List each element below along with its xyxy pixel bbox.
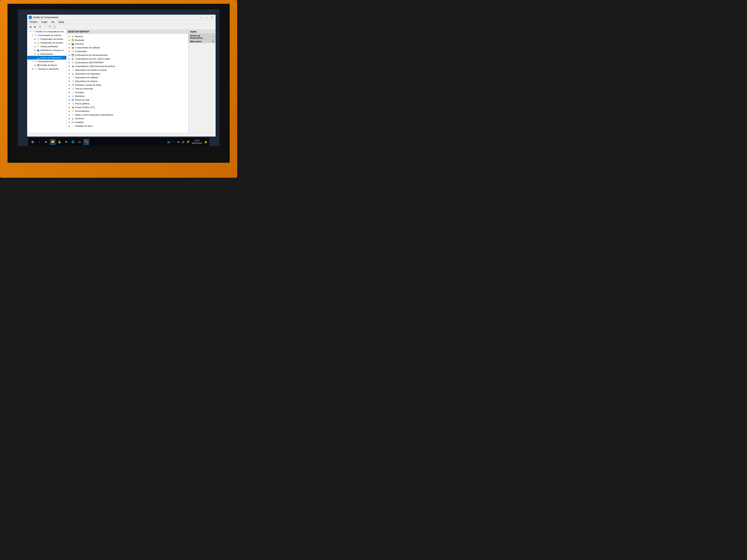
- taskview-button[interactable]: ⧉: [43, 139, 49, 145]
- tray-volume-icon[interactable]: 🔊: [181, 139, 185, 145]
- action-gestor-arrow: ▲: [212, 36, 214, 38]
- tray-display-icon[interactable]: 🖥: [177, 139, 180, 145]
- device-network[interactable]: ▶ 🌐 Placas de rede: [67, 98, 188, 102]
- device-baterias[interactable]: ▶ 🔋 Baterias: [67, 34, 188, 38]
- device-ctrl-som[interactable]: ▶ 🔊 Controladores de som, vídeo e jogos: [67, 57, 188, 61]
- window-title: Gestão de Computadores: [33, 16, 199, 19]
- mouse-expand: ▶: [68, 114, 71, 116]
- tree-desempenho[interactable]: ▶ 📊 Desempenho: [27, 52, 66, 56]
- tree-armazenamento[interactable]: ▼ 🗄 Armazenamento: [27, 59, 66, 63]
- minimize-button[interactable]: ─: [199, 16, 204, 19]
- tree-root[interactable]: ▼ ⚙ Gestão de computadores (local): [27, 30, 66, 33]
- serv-arrow: ▶: [32, 68, 34, 70]
- tree-gestor[interactable]: 💻 Gestor de Dispositivos: [27, 56, 66, 59]
- audio-io-icon: 🎵: [71, 83, 74, 86]
- tree-pastas[interactable]: ▶ 📁 Pastas partilhadas: [27, 45, 66, 48]
- network-expand: ▶: [68, 99, 71, 101]
- device-proc[interactable]: ▶ ⚙ Processadores: [67, 109, 188, 113]
- disk-label: Unidades de disco: [75, 125, 93, 127]
- device-camaras[interactable]: ▶ 📷 Câmaras: [67, 42, 188, 46]
- tray-users-icon[interactable]: 👥: [167, 139, 171, 145]
- audio-io-expand: ▶: [68, 84, 71, 86]
- action-section-gestor[interactable]: Gestor de Dispositivos ▲: [189, 34, 215, 39]
- explorer-taskbar-btn[interactable]: 📁: [50, 139, 56, 145]
- device-computador[interactable]: ▶ 🖥 Computador: [67, 50, 188, 53]
- action-section-mais[interactable]: Mais ações ▶: [189, 39, 215, 43]
- gestor-label: Gestor de Dispositivos: [40, 57, 62, 59]
- tray-key-icon[interactable]: 🔑: [186, 139, 190, 145]
- device-ctrl-ide[interactable]: ▶ 💿 Controladores IDE ATA/ATAPI: [67, 61, 188, 64]
- device-sensors[interactable]: ▶ 📡 Sensores: [67, 117, 188, 121]
- tray-chevron[interactable]: ^: [172, 139, 175, 145]
- software-expand: ▶: [68, 77, 71, 78]
- device-print[interactable]: ▶ 🖨 Filas de impressão: [67, 87, 188, 90]
- ports-expand: ▶: [68, 106, 71, 108]
- menu-ficheiro[interactable]: Ficheiro: [28, 20, 39, 24]
- device-sistema[interactable]: ▶ ⚙ Dispositivos do sistema: [67, 79, 188, 83]
- security-taskbar-btn[interactable]: 🔒: [56, 139, 62, 145]
- ports-label: Portas (COM e LPT): [75, 106, 95, 108]
- back-button[interactable]: ◀: [28, 25, 32, 29]
- menu-ajuda[interactable]: Ajuda: [57, 20, 66, 24]
- computer-management-window: ⚙ Gestão de Computadores ─ □ ✕ Ficheiro …: [27, 15, 216, 137]
- componentes-icon: 📦: [71, 46, 74, 49]
- root-label: Gestão de computadores (local): [36, 30, 66, 33]
- tree-ferramentas[interactable]: ▼ 🔧 Ferramentas do sistema: [27, 33, 66, 37]
- device-bluetooth[interactable]: ▶ 📶 Bluetooth: [67, 38, 188, 42]
- notification-icon[interactable]: 🔔: [204, 139, 208, 145]
- device-ports[interactable]: ▶ 🔌 Portas (COM e LPT): [67, 105, 188, 109]
- device-graphics[interactable]: ▶ 🖥 Placas gráficas: [67, 102, 188, 105]
- search-button[interactable]: ○: [36, 139, 42, 145]
- settings-taskbar-btn[interactable]: ⚙: [63, 139, 69, 145]
- device-audio-io[interactable]: ▶ 🎵 Entradas e saídas de áudio: [67, 83, 188, 87]
- tree-programador[interactable]: ▶ 🕒 Programador de tarefas: [27, 37, 66, 41]
- tree-servicos[interactable]: ▶ ⚙ Serviços e aplicações: [27, 67, 66, 71]
- device-mouse[interactable]: ▶ 🖱 Ratos e outros dispositivos apontado…: [67, 113, 188, 117]
- tray-clock[interactable]: 10:01 08/03/2024: [191, 139, 203, 145]
- edge-taskbar-btn[interactable]: 🌐: [70, 139, 76, 145]
- forward-button[interactable]: ▶: [33, 25, 37, 29]
- tree-discos[interactable]: ▶ 💾 Gestão de discos: [27, 63, 66, 67]
- ctrl-som-icon: 🔊: [71, 57, 74, 60]
- device-ctrl-armazenamento[interactable]: ▶ 💾 Controladores de armazenamento: [67, 53, 188, 57]
- device-software[interactable]: ▶ 📄 Dispositivos de software: [67, 76, 188, 79]
- baterias-icon: 🔋: [71, 35, 74, 38]
- device-keyboard[interactable]: ▶ ⌨ Teclados: [67, 121, 188, 124]
- close-button[interactable]: ✕: [209, 16, 214, 19]
- componentes-label: Componentes de software: [75, 47, 100, 49]
- screen-bezel: ⚙ Gestão de Computadores ─ □ ✕ Ficheiro …: [7, 4, 230, 163]
- filemanager-taskbar-btn[interactable]: 🗂: [77, 139, 82, 145]
- camaras-expand: ▶: [68, 43, 71, 45]
- ctrl-usb-icon: 🔌: [71, 65, 74, 68]
- menu-ver[interactable]: Ver: [50, 20, 56, 24]
- menu-accao[interactable]: Acção: [40, 20, 49, 24]
- show-hide-button[interactable]: 📄: [43, 25, 47, 29]
- camaras-icon: 📷: [71, 43, 74, 45]
- up-button[interactable]: ⬆: [38, 25, 42, 29]
- device-ctrl-usb[interactable]: ▶ 🔌 Controladores USB (Universal Serial …: [67, 64, 188, 68]
- pastas-icon: 📁: [37, 45, 40, 48]
- sensors-label: Sensores: [75, 117, 84, 119]
- device-disk[interactable]: ▶ — Unidades de disco: [67, 124, 188, 128]
- taskbar-tray: 👥 ^ 🖥 🔊 🔑 10:01 08/03/2024 🔔: [167, 139, 208, 145]
- device-seguranca[interactable]: ▶ 🔒 Dispositivos de segurança: [67, 72, 188, 76]
- graphics-icon: 🖥: [71, 102, 74, 105]
- bluetooth-expand: ▶: [68, 39, 71, 41]
- maximize-button[interactable]: □: [204, 16, 209, 19]
- devtools-taskbar-btn[interactable]: 🔧: [83, 139, 89, 145]
- left-tree-panel[interactable]: ▼ ⚙ Gestão de computadores (local) ▼ 🔧 F…: [27, 30, 67, 133]
- desktop: ⚙ Gestão de Computadores ─ □ ✕ Ficheiro …: [18, 9, 220, 146]
- help-button[interactable]: ❓: [47, 25, 52, 29]
- computador-expand: ▶: [68, 50, 71, 52]
- start-button[interactable]: ⊞: [29, 139, 35, 145]
- device-monitores[interactable]: ▶ 🖥 Monitores: [67, 94, 188, 98]
- tree-eventos[interactable]: ▶ 📋 Visualizador de eventos: [27, 41, 66, 45]
- properties-button[interactable]: 📋: [52, 25, 57, 29]
- device-componentes[interactable]: ▶ 📦 Componentes de software: [67, 46, 188, 50]
- armaz-icon: 🗄: [34, 60, 37, 63]
- device-firmware[interactable]: ▶ 📄 Firmware: [67, 90, 188, 94]
- ctrl-armaz-label: Controladores de armazenamento: [75, 54, 108, 56]
- tree-utilizadores[interactable]: ▶ 👥 Utilizadores e Grupos Lc: [27, 48, 66, 52]
- device-hid[interactable]: ▶ 🖱 Dispositivos de interface humana: [67, 68, 188, 72]
- device-manager-panel[interactable]: DESKTOP-9URT9VT ▶ 🔋 Baterias ▶ 📶: [67, 30, 188, 133]
